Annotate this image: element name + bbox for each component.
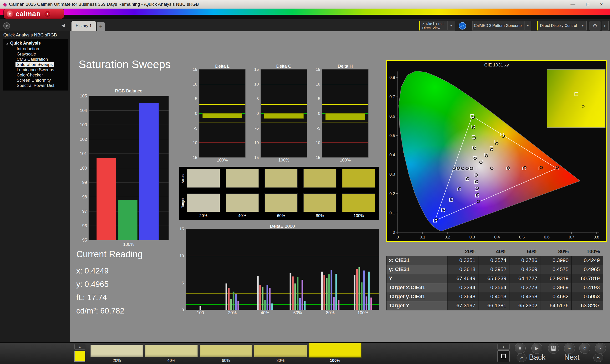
gear-icon[interactable]: ⚙ — [589, 21, 600, 30]
svg-text:15: 15 — [254, 67, 259, 72]
sidebar-item-grayscale[interactable]: Grayscale — [3, 52, 68, 57]
sidebar-item-colorchecker[interactable]: ColorChecker — [3, 72, 68, 78]
value-cell: 0.3786 — [509, 256, 540, 265]
value-cell: 0.3969 — [540, 283, 572, 292]
svg-text:0.8: 0.8 — [594, 235, 599, 239]
svg-text:-5: -5 — [255, 126, 259, 130]
sidebar-item-cms-calibration[interactable]: CMS Calibration — [3, 57, 68, 62]
reading-line: y: 0.4965 — [76, 277, 124, 291]
pattern-swatch-60%[interactable] — [199, 344, 252, 357]
close-button[interactable]: × — [600, 2, 603, 7]
stop-icon: ■ — [519, 346, 522, 351]
svg-text:0: 0 — [182, 308, 184, 312]
cie-chart-pane[interactable]: 00.10.20.30.40.50.60.70.80.80.70.60.50.4… — [386, 60, 607, 242]
next-button[interactable]: » — [593, 354, 603, 362]
deltae-chart: 15105010020%40%60%80%100% — [167, 227, 381, 316]
value-cell: 0.3351 — [447, 256, 479, 265]
svg-text:60%: 60% — [293, 310, 302, 315]
play-icon: ▶ — [535, 346, 539, 351]
meter-label: X-Rite i1Pro 2 Direct View — [420, 22, 447, 30]
minimize-button[interactable]: — — [571, 2, 575, 7]
svg-text:0.2: 0.2 — [445, 235, 450, 239]
svg-text:100%: 100% — [357, 310, 368, 315]
value-cell: 0.3344 — [447, 283, 479, 292]
value-cell: 0.4269 — [509, 265, 540, 274]
titlebar: ◆ Calman 2025 Calman Ultimate for Busine… — [0, 0, 610, 9]
svg-text:10: 10 — [316, 82, 320, 87]
tree-root-quick-analysis[interactable]: ◢Quick Analysis — [3, 40, 68, 46]
tab-history-1[interactable]: History 1 — [71, 21, 96, 31]
value-cell: 0.4013 — [479, 292, 509, 301]
row-label-cell: y: CIE31 — [387, 265, 447, 274]
pattern-swatch-label: 40% — [145, 358, 198, 363]
svg-text:5: 5 — [182, 281, 184, 286]
pattern-swatch-label: 100% — [309, 358, 362, 363]
current-pattern-swatch[interactable] — [74, 351, 85, 362]
svg-text:15: 15 — [180, 227, 184, 231]
pattern-eject-button[interactable]: ▲ — [74, 344, 85, 350]
back-button[interactable]: « — [517, 354, 527, 362]
expander-icon[interactable]: ◢ — [6, 42, 8, 45]
add-tab-button[interactable]: + — [97, 22, 105, 31]
table-header-cell: 80% — [540, 247, 572, 256]
pattern-swatch-100%[interactable] — [309, 343, 362, 358]
continuous-measure-button[interactable]: ∞ — [564, 343, 575, 354]
row-label-cell: x: CIE31 — [387, 256, 447, 265]
svg-text:40%: 40% — [261, 310, 269, 315]
sidebar-item-spectral-power-dist-[interactable]: Spectral Power Dist. — [3, 83, 68, 88]
svg-text:-15: -15 — [314, 155, 320, 160]
chevron-down-icon[interactable]: ▼ — [579, 21, 586, 30]
square-icon — [501, 354, 506, 358]
stop-button[interactable]: ■ — [515, 343, 526, 354]
panel-menu-button[interactable] — [3, 22, 10, 29]
dock-panel-button[interactable]: ▸ — [602, 21, 609, 30]
pattern-window-button[interactable] — [497, 351, 510, 362]
window-buttons: — □ × — [571, 2, 607, 7]
delta-c-chart: 151050-5-10-15100% — [245, 67, 309, 162]
svg-text:0.1: 0.1 — [389, 211, 395, 215]
value-cell: 0.4965 — [572, 265, 603, 274]
collapse-sidebar-button[interactable]: ◀ — [62, 23, 65, 28]
value-cell: 67.4649 — [447, 274, 479, 283]
sidebar-item-introduction[interactable]: Introduction — [3, 46, 68, 52]
meter-dropdown[interactable]: X-Rite i1Pro 2 Direct View ▼ — [419, 21, 455, 30]
calman-logo-text: calman — [15, 10, 41, 18]
chevron-down-icon[interactable]: ▼ — [447, 21, 455, 30]
refresh-icon: ↻ — [583, 346, 586, 351]
svg-text:10: 10 — [254, 82, 259, 87]
sidebar-item-luminance-sweeps[interactable]: Luminance Sweeps — [3, 67, 68, 72]
refresh-button[interactable]: ↻ — [579, 343, 590, 354]
value-cell: 64.5176 — [540, 301, 572, 310]
svg-text:100%: 100% — [340, 158, 351, 162]
brand-band: c calman ▼ — [0, 9, 610, 19]
transport-eject-button[interactable]: ▲ — [497, 344, 510, 350]
swatch-actual-40% — [226, 169, 259, 188]
display-control-dropdown[interactable]: Direct Display Control ▼ — [537, 21, 587, 30]
record-button[interactable]: ● — [595, 343, 606, 354]
pattern-swatch-20%[interactable] — [90, 344, 143, 357]
display-control-label: Direct Display Control — [538, 24, 579, 28]
infinity-icon: ∞ — [568, 346, 571, 351]
save-button[interactable] — [548, 343, 559, 354]
pattern-swatch-80%[interactable] — [254, 344, 307, 357]
sidebar-item-screen-uniformity[interactable]: Screen Uniformity — [3, 78, 68, 83]
svg-text:80%: 80% — [326, 310, 335, 315]
pattern-generator-dropdown[interactable]: CalMED 3 Pattern Generator ▼ — [472, 21, 531, 30]
logo-dropdown-icon[interactable]: ▼ — [45, 11, 50, 17]
svg-text:0: 0 — [397, 235, 399, 239]
page-title: Saturation Sweeps — [79, 58, 171, 71]
table-header-cell: 20% — [447, 247, 479, 256]
pattern-swatch-40%[interactable] — [145, 344, 198, 357]
table-header-cell: 40% — [479, 247, 509, 256]
chevron-down-icon[interactable]: ▼ — [524, 21, 531, 30]
row-label-cell: Target Y — [387, 301, 447, 310]
reading-line: cd/m²: 60.782 — [76, 304, 124, 318]
play-button[interactable]: ▶ — [531, 343, 542, 354]
maximize-button[interactable]: □ — [586, 2, 589, 7]
measured-marker — [582, 105, 584, 108]
next-label[interactable]: Next — [564, 353, 580, 362]
sidebar-item-saturation-sweeps[interactable]: Saturation Sweeps — [3, 62, 68, 67]
back-label[interactable]: Back — [529, 353, 545, 362]
svg-text:-15: -15 — [253, 155, 259, 160]
calman-logo[interactable]: c calman ▼ — [4, 9, 64, 19]
